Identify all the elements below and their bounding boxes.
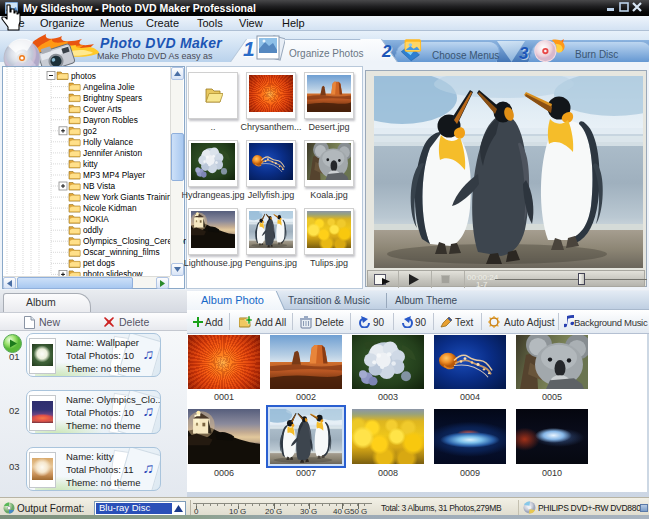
svg-text:Angelina Jolie: Angelina Jolie: [83, 82, 135, 92]
svg-text:Holly Valance: Holly Valance: [83, 137, 133, 147]
svg-text:New York Giants Training (: New York Giants Training (: [83, 192, 181, 202]
svg-text:Oscar_winning_films: Oscar_winning_films: [83, 247, 160, 257]
svg-text:NB Vista: NB Vista: [83, 181, 116, 191]
svg-text:kitty: kitty: [83, 159, 99, 169]
svg-text:go2: go2: [83, 126, 97, 136]
svg-text:Cover Arts: Cover Arts: [83, 104, 122, 114]
svg-text:Nicole Kidman: Nicole Kidman: [83, 203, 137, 213]
svg-text:photos: photos: [71, 71, 96, 81]
svg-text:pet dogs: pet dogs: [83, 258, 115, 268]
svg-text:Jennifer Aniston: Jennifer Aniston: [83, 148, 142, 158]
svg-text:NOKIA: NOKIA: [83, 214, 109, 224]
svg-text:MP3 MP4 Player: MP3 MP4 Player: [83, 170, 145, 180]
svg-text:oddly: oddly: [83, 225, 104, 235]
svg-text:Dayron Robles: Dayron Robles: [83, 115, 138, 125]
svg-text:Brightny Spears: Brightny Spears: [83, 93, 142, 103]
